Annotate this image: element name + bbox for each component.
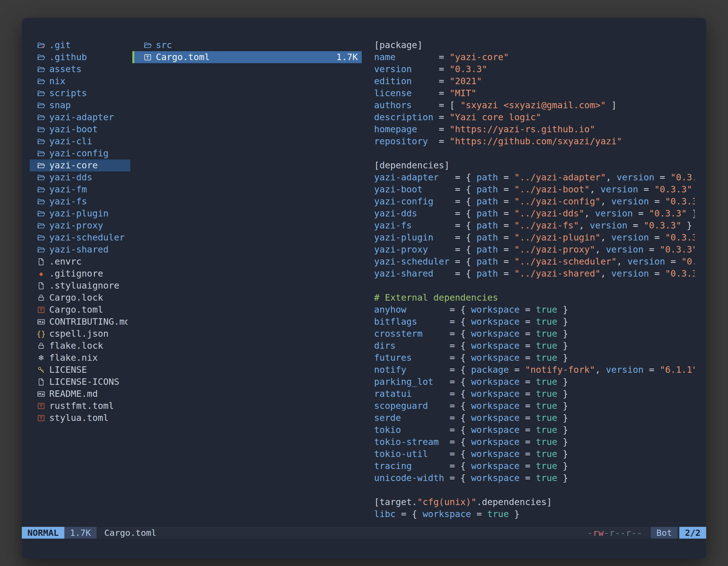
file-counter-badge: 2/2 [679, 527, 706, 539]
file-row[interactable]: .github [30, 51, 130, 63]
file-name: cspell.json [49, 328, 109, 340]
markdown-icon [36, 390, 46, 398]
file-row[interactable]: yazi-boot [30, 123, 130, 135]
mode-label: NORMAL [27, 528, 59, 538]
file-row[interactable]: CONTRIBUTING.md [30, 316, 130, 328]
folder-icon [36, 89, 46, 98]
folder-icon [36, 173, 46, 182]
lock-icon [36, 342, 46, 350]
file-row[interactable]: LICENSE [30, 364, 130, 376]
file-row[interactable]: Cargo.lock [30, 292, 130, 304]
file-row[interactable]: ❄flake.nix [30, 352, 130, 364]
file-row[interactable]: rustfmt.toml [30, 400, 130, 412]
code-line: yazi-shared = { path = "../yazi-shared",… [374, 268, 695, 280]
parent-pane[interactable]: .git.githubassetsnixscriptssnapyazi-adap… [30, 39, 134, 424]
file-row[interactable]: .git [30, 39, 130, 51]
code-line: parking_lot = { workspace = true } [374, 376, 695, 388]
code-line: serde = { workspace = true } [374, 412, 695, 424]
file-row[interactable]: README.md [30, 388, 130, 400]
file-name: assets [49, 63, 82, 75]
file-row[interactable]: src [132, 39, 362, 51]
folder-icon [36, 234, 46, 242]
code-line: libc = { workspace = true } [374, 508, 695, 520]
file-row[interactable]: flake.lock [30, 340, 130, 352]
code-line [374, 280, 695, 292]
file-size: 1.7K [332, 51, 358, 63]
code-line: yazi-config = { path = "../yazi-config",… [374, 196, 695, 208]
preview-pane[interactable]: [package]name = "yazi-core"version = "0.… [374, 39, 695, 520]
folder-icon [36, 77, 46, 86]
code-line: scopeguard = { workspace = true } [374, 400, 695, 412]
file-name: .styluaignore [49, 280, 119, 292]
file-name: CONTRIBUTING.md [49, 316, 128, 328]
folder-icon [36, 125, 46, 134]
file-icon [36, 258, 46, 266]
file-row[interactable]: Cargo.toml1.7K [132, 51, 362, 63]
file-row[interactable]: yazi-scheduler [30, 232, 130, 244]
code-line: [package] [374, 39, 695, 51]
yazi-window: .git.githubassetsnixscriptssnapyazi-adap… [22, 18, 706, 559]
file-name: yazi-cli [49, 135, 92, 147]
code-line: edition = "2021" [374, 75, 695, 87]
file-row[interactable]: yazi-adapter [30, 111, 130, 123]
status-bar: NORMAL 1.7K Cargo.toml -rw-r--r-- Bot 2/… [22, 527, 706, 539]
file-name: yazi-fs [49, 196, 87, 208]
file-row[interactable]: yazi-dds [30, 172, 130, 184]
status-right-group: -rw-r--r-- Bot 2/2 [587, 527, 706, 539]
file-name: Cargo.lock [49, 292, 103, 304]
code-line: tokio = { workspace = true } [374, 424, 695, 436]
file-row[interactable]: .envrc [30, 256, 130, 268]
nix-snowflake-icon: ❄ [36, 354, 46, 361]
file-row[interactable]: .styluaignore [30, 280, 130, 292]
code-line: tokio-stream = { workspace = true } [374, 436, 695, 448]
code-line: name = "yazi-core" [374, 51, 695, 63]
code-line: crossterm = { workspace = true } [374, 328, 695, 340]
toml-icon [36, 305, 46, 314]
lock-icon [36, 293, 46, 302]
code-line: tracing = { workspace = true } [374, 460, 695, 472]
file-name: yazi-config [49, 147, 109, 159]
code-line: # External dependencies [374, 292, 695, 304]
current-pane[interactable]: srcCargo.toml1.7K [132, 39, 362, 63]
folder-icon [143, 41, 152, 50]
selection-marker [132, 51, 134, 63]
scroll-position-badge: Bot [651, 527, 678, 539]
code-line: repository = "https://github.com/sxyazi/… [374, 135, 695, 147]
folder-icon [36, 161, 46, 170]
json-braces-icon: {} [36, 330, 46, 337]
file-row[interactable]: LICENSE-ICONS [30, 376, 130, 388]
file-row[interactable]: yazi-fm [30, 184, 130, 196]
size-badge: 1.7K [64, 527, 97, 539]
file-row[interactable]: {}cspell.json [30, 328, 130, 340]
file-row[interactable]: yazi-cli [30, 135, 130, 147]
file-row[interactable]: yazi-plugin [30, 208, 130, 220]
file-row[interactable]: yazi-proxy [30, 220, 130, 232]
file-name: src [156, 39, 172, 51]
file-name: flake.lock [49, 340, 103, 352]
file-name: nix [49, 75, 65, 87]
file-name: yazi-scheduler [49, 232, 125, 244]
file-row[interactable]: ◆.gitignore [30, 268, 130, 280]
file-row[interactable]: yazi-config [30, 147, 130, 159]
file-row[interactable]: yazi-core [30, 159, 130, 172]
folder-icon [36, 186, 46, 194]
file-row[interactable]: snap [30, 99, 130, 111]
code-line: license = "MIT" [374, 87, 695, 99]
file-row[interactable]: scripts [30, 87, 130, 99]
toml-icon [36, 402, 46, 410]
mode-badge: NORMAL [22, 527, 64, 539]
file-row[interactable]: nix [30, 75, 130, 87]
code-line: [dependencies] [374, 159, 695, 172]
file-row[interactable]: assets [30, 63, 130, 75]
file-name: yazi-plugin [49, 208, 109, 220]
code-line: ratatui = { workspace = true } [374, 388, 695, 400]
file-row[interactable]: Cargo.toml [30, 304, 130, 316]
code-line: yazi-scheduler = { path = "../yazi-sched… [374, 256, 695, 268]
file-row[interactable]: stylua.toml [30, 412, 130, 424]
file-name: yazi-boot [49, 123, 98, 135]
folder-icon [36, 65, 46, 74]
folder-icon [36, 222, 46, 230]
file-row[interactable]: yazi-fs [30, 196, 130, 208]
code-line: dirs = { workspace = true } [374, 340, 695, 352]
file-row[interactable]: yazi-shared [30, 244, 130, 256]
